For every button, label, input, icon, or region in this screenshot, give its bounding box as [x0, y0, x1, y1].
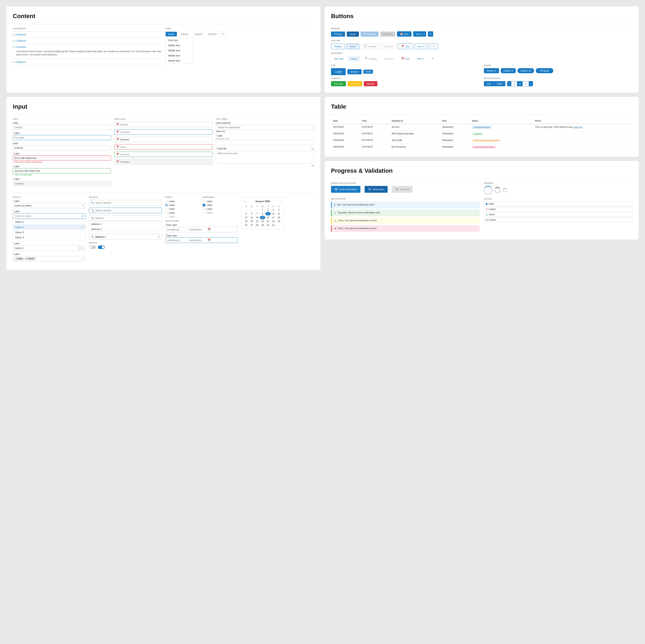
radio-item-1[interactable]: Label: [165, 200, 200, 202]
date-input-end-active[interactable]: [189, 239, 206, 241]
search-clear-icon[interactable]: ✕: [158, 235, 160, 238]
textarea-single-input[interactable]: [216, 125, 314, 130]
cal-day-4[interactable]: 4: [276, 208, 282, 212]
cal-day-21[interactable]: 21: [254, 219, 260, 223]
icon-input-text-focused[interactable]: [121, 131, 211, 133]
small-button[interactable]: Small: [363, 69, 373, 74]
select-option-4[interactable]: Option 4: [13, 235, 85, 240]
tag-close-icon[interactable]: ✕: [16, 258, 18, 260]
textarea-multiline-input[interactable]: [216, 151, 314, 164]
icon-button[interactable]: 📅 Icon: [397, 31, 412, 37]
calendar-icon[interactable]: 📅: [208, 239, 211, 242]
cal-day-22[interactable]: 22: [260, 219, 265, 223]
select-clearable[interactable]: Option 2 ✕ ∨: [13, 245, 85, 251]
search-text-focused[interactable]: [95, 209, 160, 212]
text-input-entered[interactable]: [13, 145, 111, 150]
tab-active[interactable]: Active: [166, 32, 177, 36]
search-text-default[interactable]: [95, 201, 160, 204]
tab-dropdown-item-4[interactable]: Middle Item: [166, 53, 193, 58]
search-input-clear[interactable]: 🔍 ✕: [89, 234, 162, 239]
text-hover-button[interactable]: Hover: [348, 56, 360, 61]
date-input-default[interactable]: [167, 228, 184, 231]
search-result-1[interactable]: Address 1: [89, 221, 162, 226]
icon-input-success[interactable]: 📅: [114, 152, 212, 157]
outline-icon-split-button[interactable]: Icon ∨: [415, 43, 428, 49]
checkbox-item-2[interactable]: ✓ Label: [203, 204, 238, 206]
icon-input-focused[interactable]: 📅: [114, 129, 212, 135]
cal-day-8[interactable]: 8: [260, 212, 265, 215]
hover-button[interactable]: Hover: [347, 31, 359, 37]
icon-input-default[interactable]: 📅: [114, 122, 212, 127]
checkbox-btn-2[interactable]: ✓: [203, 204, 205, 206]
tab-inactive-3[interactable]: Inactive: [206, 32, 219, 36]
cal-day-11[interactable]: 11: [276, 212, 282, 215]
accordion-header-4[interactable]: ∨ Collapsed: [13, 61, 161, 63]
date-input-active[interactable]: [167, 239, 184, 241]
page-1-button[interactable]: 1: [511, 82, 517, 86]
textarea-charcount-input[interactable]: [216, 140, 314, 145]
radio-item-2[interactable]: Label: [165, 204, 200, 206]
select-open-trigger[interactable]: Select an option ∨: [13, 213, 85, 219]
tab-inactive-2[interactable]: Inactive: [192, 32, 205, 36]
search-text-results[interactable]: [95, 217, 160, 219]
text-input-focused[interactable]: [13, 135, 111, 140]
radio-btn-3[interactable]: [165, 208, 168, 210]
text-only-button[interactable]: Text only: [331, 56, 346, 61]
cal-day-6[interactable]: 6: [249, 212, 254, 215]
icon-input-error[interactable]: 📅: [114, 144, 212, 150]
radio-btn-4[interactable]: [165, 211, 168, 214]
chevron-down-icon[interactable]: ∨: [82, 247, 84, 250]
read-more-link[interactable]: read more: [574, 126, 583, 128]
outline-loading-button[interactable]: Loading: [361, 44, 379, 49]
checkbox-item-1[interactable]: Label: [203, 200, 238, 202]
search-result-2[interactable]: Address 2: [89, 226, 162, 232]
accordion-header-2[interactable]: ∨ Collapsed: [13, 39, 161, 42]
page-3-button[interactable]: 3: [523, 82, 528, 86]
switch-on[interactable]: [98, 246, 105, 249]
icon-split-button[interactable]: Icon ∨: [413, 31, 426, 37]
select-option-1[interactable]: Option 1: [13, 219, 85, 224]
cal-day-30[interactable]: 30: [265, 223, 271, 227]
cal-day-20[interactable]: 20: [249, 219, 254, 223]
radio-btn-1[interactable]: [165, 200, 168, 202]
chevron-down-icon[interactable]: ∨: [82, 258, 84, 260]
danger-button[interactable]: Danger: [364, 81, 378, 86]
text-icon-only-button[interactable]: ✎: [429, 56, 437, 61]
search-input-focused[interactable]: 🔍: [89, 208, 162, 213]
tab-dropdown-item-3[interactable]: Middle Item: [166, 48, 193, 53]
outline-icon-only-button[interactable]: ✎: [430, 43, 438, 49]
radius4-button[interactable]: Radius 4: [484, 68, 499, 73]
cal-day-1[interactable]: 1: [260, 208, 265, 212]
icon-input-entered[interactable]: 📅: [114, 137, 212, 142]
tag-close-icon[interactable]: ✕: [26, 258, 28, 260]
page-next-button[interactable]: ›: [529, 82, 533, 86]
loading-button[interactable]: Loading: [361, 31, 379, 37]
radio-btn-2[interactable]: [165, 204, 168, 206]
calendar-icon[interactable]: 📅: [208, 228, 211, 231]
tab-dropdown-item-1[interactable]: First Item: [166, 38, 193, 43]
text-input-error[interactable]: [13, 155, 111, 161]
text-icon-split-button[interactable]: Icon ∨: [414, 56, 427, 61]
text-input-default[interactable]: [13, 125, 111, 130]
left-button[interactable]: Left: [484, 81, 494, 86]
cal-day-14[interactable]: 14: [254, 216, 260, 219]
cal-day-19[interactable]: 19: [243, 219, 249, 223]
cal-day-23[interactable]: 23: [265, 219, 271, 223]
right-button[interactable]: Right: [494, 81, 505, 86]
date-input-end-default[interactable]: [189, 228, 206, 231]
calendar-next-button[interactable]: ›: [279, 199, 281, 203]
select-input-default[interactable]: Select an option: [13, 203, 85, 208]
tab-inactive-1[interactable]: Inactive: [178, 32, 191, 36]
outline-button[interactable]: Outline: [331, 44, 345, 49]
cal-day-26[interactable]: 26: [243, 223, 249, 227]
text-loading-button[interactable]: Loading: [362, 56, 380, 61]
cal-day-2[interactable]: 2: [265, 208, 271, 212]
radius8-button[interactable]: Radius 8: [501, 68, 516, 73]
switch-off[interactable]: [89, 246, 96, 249]
cal-day-16[interactable]: 16: [265, 216, 271, 219]
cal-day-7[interactable]: 7: [254, 212, 260, 215]
tab-dropdown-item-2[interactable]: Middle Item: [166, 43, 193, 48]
select-option-3[interactable]: Option 3: [13, 230, 85, 235]
text-icon-button[interactable]: 📅 Icon: [398, 56, 413, 61]
multi-select[interactable]: ✕ Blue ✕ Green ∨: [13, 256, 85, 261]
